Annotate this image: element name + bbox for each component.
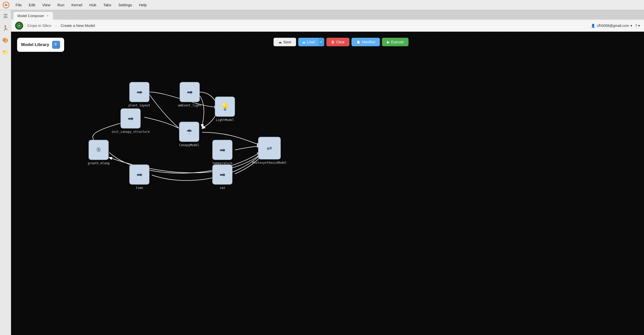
menu-settings[interactable]: Settings [115,2,135,8]
left-sidebar: ☰ 🏃 🎨 📁 [0,10,11,335]
menu-file[interactable]: File [13,2,25,8]
save-icon: ☁ [278,40,282,44]
node-canopy-model-label: CanopyModel [179,143,199,147]
menu-tabs[interactable]: Tabs [100,2,114,8]
node-photosynthesis-icon: ⇌ [267,144,272,152]
app-logo [3,2,10,9]
node-ambient-light-label: ambient_light [178,104,202,107]
load-icon: ☁ [302,40,305,44]
execute-button[interactable]: ▶ Execute [382,38,409,46]
nav-help[interactable]: ? ▾ [635,24,640,28]
node-time[interactable]: ➡ time [129,164,149,185]
menu-kernel[interactable]: Kernel [68,2,85,8]
model-composer-tab[interactable]: Model Composer × [13,12,53,20]
svg-point-2 [18,25,20,26]
node-plant-layout-icon: ➡ [137,88,142,96]
node-ambient-light[interactable]: ➡ ambient_light [180,82,200,102]
search-button[interactable]: 🔍 [52,41,60,49]
node-co2-icon: ➡ [220,171,225,179]
load-button[interactable]: ☁ Load [298,38,318,46]
tab-bar: Model Composer × [11,10,644,20]
node-time-label: time [136,186,143,190]
nav-user-email: cfh5058@gmail.com [597,24,629,28]
connections-svg [11,32,644,335]
node-plant-layout[interactable]: ➡ plant_layout [129,82,149,102]
menu-help[interactable]: Help [136,2,150,8]
save-button[interactable]: ☁ Save [273,38,296,46]
node-light-model-label: LightModel [216,118,234,122]
node-init-canopy-icon: ➡ [128,114,134,123]
nav-brand[interactable]: Crops in Silico [27,23,51,28]
load-button-group: ☁ Load ▾ [298,38,324,46]
top-nav: Crops in Silico › Create a New Model 👤 c… [11,20,644,32]
menu-view[interactable]: View [39,2,53,8]
tab-close-button[interactable]: × [46,14,49,18]
node-canopy-model-icon: ☂ [186,128,192,136]
manifest-icon: 📋 [356,40,360,44]
load-dropdown-button[interactable]: ▾ [318,38,324,46]
create-new-model-link[interactable]: Create a New Model [61,23,95,28]
node-temperature[interactable]: ➡ temperature [212,140,232,160]
node-photosynthesis-model[interactable]: ⇌ PhotosynthesisModel [258,137,281,159]
menu-hub[interactable]: Hub [86,2,99,8]
clear-icon: 🗑 [331,40,335,44]
nav-right-area: 👤 cfh5058@gmail.com ▾ ? ▾ [591,24,640,28]
node-growth-mlang-icon: ⑤ [96,147,101,153]
node-canopy-model[interactable]: ☂ CanopyModel [179,122,199,142]
node-init-canopy[interactable]: ➡ init_canopy_structure [120,108,141,129]
node-light-model[interactable]: 💡 LightModel [215,97,235,117]
clear-button[interactable]: 🗑 Clear [326,38,349,46]
sidebar-icon-menu[interactable]: ☰ [2,13,9,20]
model-library-title: Model Library [21,42,49,47]
node-time-icon: ➡ [137,171,142,179]
toolbar: ☁ Save ☁ Load ▾ 🗑 Clear 📋 Manifest ▶ Exe… [273,38,409,46]
menu-run[interactable]: Run [54,2,67,8]
model-library-panel: Model Library 🔍 [17,38,64,52]
menu-edit[interactable]: Edit [26,2,38,8]
node-ambient-light-icon: ➡ [187,88,193,96]
node-co2[interactable]: ➡ co2 [212,164,232,185]
node-plant-layout-label: plant_layout [129,104,150,107]
sidebar-icon-palette[interactable]: 🎨 [2,37,9,44]
node-growth-mlang[interactable]: ⑤ growth_mlang [89,140,109,160]
node-init-canopy-label: init_canopy_structure [111,130,150,134]
node-temperature-icon: ➡ [220,146,225,154]
node-co2-label: co2 [220,186,225,190]
sidebar-icon-folder[interactable]: 📁 [2,49,9,56]
nav-logo-icon [15,22,23,30]
main-canvas[interactable]: Model Library 🔍 ☁ Save ☁ Load ▾ 🗑 Clear … [11,32,644,335]
node-photosynthesis-label: PhotosynthesisModel [252,161,287,164]
nav-user[interactable]: 👤 cfh5058@gmail.com ▾ [591,24,632,28]
nav-user-dropdown-icon[interactable]: ▾ [630,24,632,28]
execute-icon: ▶ [387,40,390,44]
node-growth-mlang-label: growth_mlang [88,161,110,165]
tab-title: Model Composer [17,14,44,18]
menu-bar: File Edit View Run Kernel Hub Tabs Setti… [0,0,644,10]
node-light-model-icon: 💡 [221,103,229,111]
manifest-button[interactable]: 📋 Manifest [351,38,380,46]
sidebar-icon-run[interactable]: 🏃 [2,25,9,32]
